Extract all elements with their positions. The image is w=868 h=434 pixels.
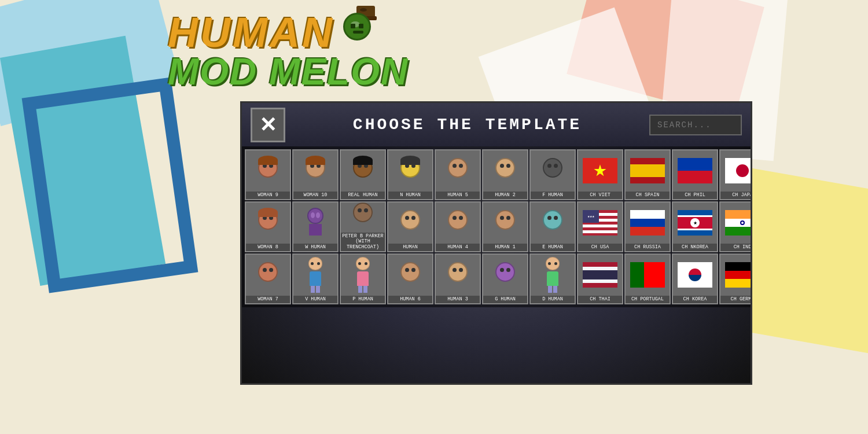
grid-cell-woman9[interactable]: WOMAN 9 bbox=[245, 149, 291, 200]
grid-cell-ch-korea[interactable]: CH KOREA bbox=[672, 253, 718, 304]
grid-row-1: WOMAN 8 W HUMAN PETER B PARKER (WITH TRE… bbox=[245, 201, 748, 252]
cell-label-ch-usa: CH USA bbox=[578, 244, 622, 251]
grid-row-0: WOMAN 9 WOMAN 10 REAL HUMAN N HUMAN bbox=[245, 149, 748, 200]
grid-cell-human2[interactable]: HUMAN 2 bbox=[482, 149, 528, 200]
grid-cell-ch-nkorea[interactable]: ★ CH NKOREA bbox=[672, 201, 718, 252]
grid-cell-ch-japa[interactable]: CH JAPA bbox=[719, 149, 752, 200]
cell-label-d-human: D HUMAN bbox=[531, 296, 575, 303]
grid-cell-human3[interactable]: HUMAN 3 bbox=[435, 253, 481, 304]
cell-label-ch-thai: CH THAI bbox=[578, 296, 622, 303]
grid-cell-human4[interactable]: HUMAN 4 bbox=[435, 201, 481, 252]
cell-label-ch-ind: CH IND bbox=[720, 244, 752, 251]
cell-label-ch-portugal: CH PORTUGAL bbox=[626, 296, 670, 303]
cell-label-ch-nkorea: CH NKOREA bbox=[673, 244, 717, 251]
title-mod-melon: MOD MELON bbox=[168, 53, 409, 90]
cell-label-g-human: G HUMAN bbox=[483, 296, 527, 303]
cell-label-human5: HUMAN 5 bbox=[436, 192, 480, 199]
cell-label-woman9: WOMAN 9 bbox=[246, 192, 290, 199]
grid-cell-g-human[interactable]: G HUMAN bbox=[482, 253, 528, 304]
grid-cell-ch-ind[interactable]: CH IND bbox=[719, 201, 752, 252]
cell-label-human4: HUMAN 4 bbox=[436, 244, 480, 251]
grid-cell-e-human[interactable]: E HUMAN bbox=[529, 201, 576, 252]
cell-label-ch-germa: CH GERMA bbox=[720, 296, 752, 303]
grid-cell-ch-russia[interactable]: CH RUSSIA bbox=[624, 201, 671, 252]
grid-cell-peter-parker[interactable]: PETER B PARKER (WITH TRENCHCOAT) bbox=[340, 201, 386, 252]
panel-title: CHOOSE THE TEMPLATE bbox=[291, 116, 643, 134]
cell-label-ch-russia: CH RUSSIA bbox=[626, 244, 670, 251]
cell-label-human6: HUMAN 6 bbox=[388, 296, 432, 303]
grid-cell-ch-portugal[interactable]: CH PORTUGAL bbox=[624, 253, 671, 304]
cell-label-human2: HUMAN 2 bbox=[483, 192, 527, 199]
cell-label-ch-japa: CH JAPA bbox=[720, 192, 752, 199]
cell-label-woman8: WOMAN 8 bbox=[246, 244, 290, 251]
grid-cell-w-human[interactable]: W HUMAN bbox=[292, 201, 339, 252]
grid-cell-human5[interactable]: HUMAN 5 bbox=[435, 149, 481, 200]
cell-label-ch-korea: CH KOREA bbox=[673, 296, 717, 303]
title-area: HUMAN MOD MELON bbox=[168, 12, 409, 90]
cell-label-v-human: V HUMAN bbox=[293, 296, 337, 303]
grid-cell-ch-spain[interactable]: CH SPAIN bbox=[624, 149, 671, 200]
cell-label-human: HUMAN bbox=[388, 244, 432, 251]
grid-cell-ch-usa[interactable]: ★★★ CH USA bbox=[577, 201, 623, 252]
cell-label-e-human: E HUMAN bbox=[531, 244, 575, 251]
close-icon: ✕ bbox=[259, 115, 277, 135]
bg-shape-blue-outline bbox=[22, 78, 198, 293]
cell-label-human1: HUMAN 1 bbox=[483, 244, 527, 251]
cell-label-w-human: W HUMAN bbox=[293, 244, 337, 251]
grid-area: WOMAN 9 WOMAN 10 REAL HUMAN N HUMAN bbox=[242, 146, 751, 307]
cell-label-ch-spain: CH SPAIN bbox=[626, 192, 670, 199]
grid-cell-ch-viet[interactable]: CH VIET bbox=[577, 149, 623, 200]
grid-cell-f-human[interactable]: F HUMAN bbox=[529, 149, 576, 200]
grid-cell-real-human[interactable]: REAL HUMAN bbox=[340, 149, 386, 200]
game-panel: ✕ CHOOSE THE TEMPLATE WOMAN 9 WOMAN 10 bbox=[240, 101, 752, 385]
panel-header: ✕ CHOOSE THE TEMPLATE bbox=[242, 103, 751, 146]
grid-cell-p-human[interactable]: P HUMAN bbox=[340, 253, 386, 304]
grid-cell-woman7[interactable]: WOMAN 7 bbox=[245, 253, 291, 304]
cell-label-n-human: N HUMAN bbox=[388, 192, 432, 199]
cell-label-woman7: WOMAN 7 bbox=[246, 296, 290, 303]
cell-label-peter-parker: PETER B PARKER (WITH TRENCHCOAT) bbox=[341, 233, 385, 251]
grid-row-2: WOMAN 7 V HUMAN P HUMAN HUMA bbox=[245, 253, 748, 304]
template-grid: WOMAN 9 WOMAN 10 REAL HUMAN N HUMAN bbox=[242, 146, 751, 307]
title-human: HUMAN bbox=[168, 12, 334, 53]
cell-label-ch-viet: CH VIET bbox=[578, 192, 622, 199]
grid-cell-v-human[interactable]: V HUMAN bbox=[292, 253, 339, 304]
cell-label-woman10: WOMAN 10 bbox=[293, 192, 337, 199]
cell-label-ch-phil: CH PHIL bbox=[673, 192, 717, 199]
grid-cell-human1[interactable]: HUMAN 1 bbox=[482, 201, 528, 252]
bg-shape-teal bbox=[0, 36, 165, 286]
bg-shape-lightblue bbox=[0, 0, 179, 126]
close-button[interactable]: ✕ bbox=[251, 108, 285, 142]
melon-body-icon bbox=[343, 13, 371, 41]
grid-cell-human[interactable]: HUMAN bbox=[387, 201, 433, 252]
cell-label-p-human: P HUMAN bbox=[341, 296, 385, 303]
grid-cell-ch-germa[interactable]: CH GERMA bbox=[719, 253, 752, 304]
cell-label-human3: HUMAN 3 bbox=[436, 296, 480, 303]
search-input[interactable] bbox=[649, 115, 742, 135]
grid-cell-ch-phil[interactable]: CH PHIL bbox=[672, 149, 718, 200]
grid-cell-woman10[interactable]: WOMAN 10 bbox=[292, 149, 339, 200]
grid-cell-n-human[interactable]: N HUMAN bbox=[387, 149, 433, 200]
grid-cell-ch-thai[interactable]: CH THAI bbox=[577, 253, 623, 304]
grid-cell-human6[interactable]: HUMAN 6 bbox=[387, 253, 433, 304]
cell-label-f-human: F HUMAN bbox=[531, 192, 575, 199]
grid-cell-woman8[interactable]: WOMAN 8 bbox=[245, 201, 291, 252]
grid-cell-d-human[interactable]: D HUMAN bbox=[529, 253, 576, 304]
